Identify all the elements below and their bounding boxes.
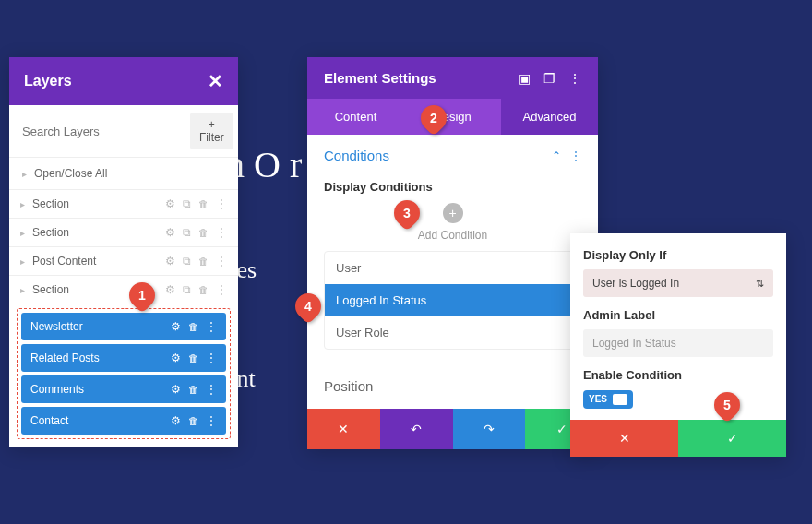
layer-row[interactable]: ▸ Section	[9, 190, 238, 219]
chevron-up-icon[interactable]	[552, 149, 561, 162]
chevron-right-icon: ▸	[20, 256, 25, 267]
highlighted-layers-group: Newsletter Related Posts Comments	[17, 308, 231, 439]
tab-advanced[interactable]: Advanced	[501, 99, 598, 135]
layer-row-selected[interactable]: Comments	[21, 375, 226, 403]
dots-icon[interactable]	[568, 71, 581, 86]
chevron-right-icon: ▸	[22, 169, 27, 179]
layer-label: Contact	[30, 414, 171, 427]
trash-icon[interactable]	[198, 283, 209, 296]
layer-row[interactable]: ▸ Section	[9, 276, 238, 304]
condition-panel-footer	[570, 420, 786, 457]
layer-row[interactable]: ▸ Section	[9, 219, 238, 247]
layers-title: Layers	[24, 73, 72, 89]
condition-cancel-button[interactable]	[570, 420, 678, 457]
viewport-icon[interactable]	[519, 71, 531, 86]
gear-icon[interactable]	[171, 351, 181, 364]
layer-label: Section	[32, 226, 165, 239]
undo-button[interactable]	[380, 409, 453, 449]
admin-label-label: Admin Label	[583, 308, 773, 322]
dots-icon[interactable]	[206, 320, 217, 333]
position-title: Position	[324, 378, 572, 394]
position-section-header[interactable]: Position	[307, 363, 598, 409]
select-arrows-icon	[756, 277, 764, 290]
add-condition-label: Add Condition	[324, 229, 581, 242]
trash-icon[interactable]	[198, 197, 209, 210]
condition-item-logged-in-status[interactable]: Logged In Status	[325, 284, 580, 316]
layers-header[interactable]: Layers	[9, 57, 238, 105]
toggle-knob	[613, 394, 627, 405]
close-icon[interactable]	[208, 70, 223, 92]
condition-item-user-role[interactable]: User Role	[325, 316, 580, 349]
layer-row-selected[interactable]: Newsletter	[21, 313, 226, 340]
add-condition-area: + Add Condition	[324, 203, 581, 242]
gear-icon[interactable]	[171, 414, 181, 427]
add-condition-button[interactable]: +	[443, 203, 463, 223]
tab-design[interactable]: Design	[404, 99, 501, 135]
tab-content[interactable]: Content	[307, 99, 404, 135]
settings-title: Element Settings	[324, 70, 519, 86]
layer-label: Newsletter	[30, 320, 171, 333]
gear-icon[interactable]	[171, 320, 181, 333]
condition-confirm-button[interactable]	[678, 420, 786, 457]
device-icon[interactable]	[543, 71, 555, 86]
settings-footer	[307, 409, 598, 449]
trash-icon[interactable]	[198, 226, 209, 239]
condition-item-user[interactable]: User	[325, 252, 580, 284]
cancel-button[interactable]	[307, 409, 380, 449]
conditions-body: Display Conditions + Add Condition User …	[307, 180, 598, 363]
display-only-if-select[interactable]: User is Logged In	[583, 269, 773, 297]
layers-search-row: + Filter	[9, 105, 238, 158]
layer-row-selected[interactable]: Related Posts	[21, 344, 226, 372]
layer-label: Section	[32, 197, 165, 210]
search-input[interactable]	[17, 119, 183, 144]
enable-condition-toggle[interactable]: YES	[583, 390, 633, 409]
trash-icon[interactable]	[188, 351, 198, 364]
dots-icon[interactable]	[206, 414, 217, 427]
select-value: User is Logged In	[592, 277, 679, 290]
trash-icon[interactable]	[198, 255, 209, 268]
dots-icon[interactable]	[216, 197, 227, 210]
duplicate-icon[interactable]	[183, 197, 191, 210]
duplicate-icon[interactable]	[183, 226, 191, 239]
open-close-all[interactable]: ▸ Open/Close All	[9, 158, 238, 190]
gear-icon[interactable]	[165, 197, 175, 210]
chevron-right-icon: ▸	[20, 285, 25, 295]
dots-icon[interactable]	[216, 283, 227, 296]
condition-detail-panel: Display Only If User is Logged In Admin …	[570, 233, 786, 457]
gear-icon[interactable]	[171, 383, 181, 396]
dots-icon[interactable]	[570, 149, 581, 162]
filter-button[interactable]: + Filter	[190, 113, 233, 149]
duplicate-icon[interactable]	[183, 255, 191, 268]
toggle-value: YES	[589, 394, 607, 404]
settings-tabs: Content Design Advanced	[307, 99, 598, 135]
chevron-right-icon: ▸	[20, 199, 25, 209]
element-settings-panel: Element Settings Content Design Advanced…	[307, 57, 598, 449]
conditions-title: Conditions	[324, 148, 552, 163]
layer-row-selected[interactable]: Contact	[21, 407, 226, 435]
redo-button[interactable]	[453, 409, 526, 449]
admin-label-input[interactable]: Logged In Status	[583, 329, 773, 357]
trash-icon[interactable]	[188, 320, 198, 333]
layer-row[interactable]: ▸ Post Content	[9, 247, 238, 276]
trash-icon[interactable]	[188, 383, 198, 396]
gear-icon[interactable]	[165, 255, 175, 268]
dots-icon[interactable]	[206, 383, 217, 396]
gear-icon[interactable]	[165, 283, 175, 296]
chevron-right-icon: ▸	[20, 228, 25, 238]
condition-type-list: User Logged In Status User Role	[324, 251, 581, 350]
display-only-if-label: Display Only If	[583, 248, 773, 262]
duplicate-icon[interactable]	[183, 283, 191, 296]
gear-icon[interactable]	[165, 226, 175, 239]
display-conditions-label: Display Conditions	[324, 180, 581, 194]
layers-panel: Layers + Filter ▸ Open/Close All ▸ Secti…	[9, 57, 238, 447]
dots-icon[interactable]	[216, 255, 227, 268]
conditions-section-header[interactable]: Conditions	[307, 135, 598, 176]
open-close-label: Open/Close All	[34, 167, 107, 180]
trash-icon[interactable]	[188, 414, 198, 427]
settings-header[interactable]: Element Settings	[307, 57, 598, 99]
layer-label: Related Posts	[30, 351, 171, 364]
layer-label: Comments	[30, 383, 171, 396]
dots-icon[interactable]	[216, 226, 227, 239]
dots-icon[interactable]	[206, 351, 217, 364]
layer-label: Post Content	[32, 255, 165, 268]
